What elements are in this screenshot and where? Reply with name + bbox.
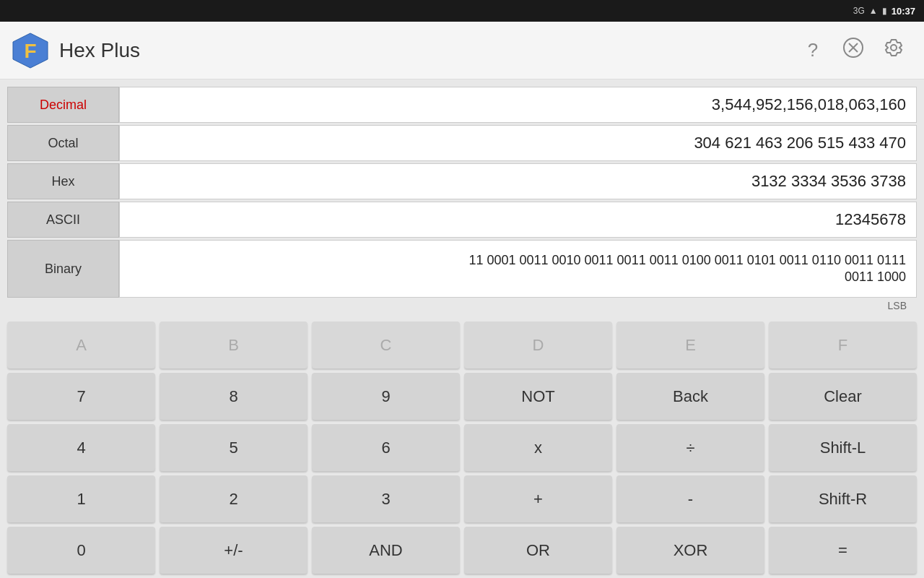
ascii-row: ASCII 12345678: [7, 202, 917, 238]
settings-icon: [883, 37, 905, 64]
signal-icon: ▲: [869, 6, 878, 16]
battery-icon: ▮: [882, 6, 887, 16]
octal-row: Octal 304 621 463 206 515 433 470: [7, 125, 917, 161]
key--[interactable]: +: [464, 475, 612, 522]
key----[interactable]: +/-: [160, 527, 308, 574]
key-d: D: [464, 322, 612, 368]
key-shift-l[interactable]: Shift-L: [769, 424, 917, 471]
key--[interactable]: -: [616, 475, 764, 522]
key-e: E: [616, 322, 764, 368]
key-f: F: [769, 322, 917, 368]
svg-text:F: F: [24, 40, 36, 62]
key-1[interactable]: 1: [7, 475, 155, 522]
decimal-row: Decimal 3,544,952,156,018,063,160: [7, 87, 917, 123]
key-b: B: [160, 322, 308, 368]
main-content: Decimal 3,544,952,156,018,063,160 Octal …: [0, 79, 924, 578]
close-icon: [842, 37, 864, 64]
key-8[interactable]: 8: [160, 373, 308, 420]
key-7[interactable]: 7: [7, 373, 155, 420]
key--[interactable]: =: [769, 527, 917, 574]
key-shift-r[interactable]: Shift-R: [769, 475, 917, 522]
key--[interactable]: ÷: [616, 424, 764, 471]
key-x[interactable]: x: [464, 424, 612, 471]
binary-line2: 0011 1000: [845, 269, 906, 285]
lsb-label: LSB: [7, 300, 917, 311]
key-9[interactable]: 9: [312, 373, 460, 420]
app-bar: F Hex Plus ?: [0, 22, 924, 79]
binary-label[interactable]: Binary: [7, 240, 119, 298]
key-2[interactable]: 2: [160, 475, 308, 522]
decimal-value[interactable]: 3,544,952,156,018,063,160: [119, 87, 917, 123]
key-0[interactable]: 0: [7, 527, 155, 574]
octal-value[interactable]: 304 621 463 206 515 433 470: [119, 125, 917, 161]
app-title: Hex Plus: [59, 39, 791, 62]
status-bar: 3G ▲ ▮ 10:37: [0, 0, 924, 22]
key-a: A: [7, 322, 155, 368]
binary-row: Binary 11 0001 0011 0010 0011 0011 0011 …: [7, 240, 917, 298]
display-section: Decimal 3,544,952,156,018,063,160 Octal …: [7, 87, 917, 314]
octal-label[interactable]: Octal: [7, 125, 119, 161]
key-4[interactable]: 4: [7, 424, 155, 471]
hex-value[interactable]: 3132 3334 3536 3738: [119, 163, 917, 199]
close-button[interactable]: [834, 32, 872, 69]
ascii-label[interactable]: ASCII: [7, 202, 119, 238]
key-and[interactable]: AND: [312, 527, 460, 574]
hex-row: Hex 3132 3334 3536 3738: [7, 163, 917, 199]
binary-line1: 11 0001 0011 0010 0011 0011 0011 0100 00…: [468, 253, 906, 268]
status-time: 10:37: [892, 6, 915, 17]
hex-label[interactable]: Hex: [7, 163, 119, 199]
key-xor[interactable]: XOR: [616, 527, 764, 574]
svg-point-5: [891, 45, 897, 51]
settings-button[interactable]: [875, 32, 912, 69]
decimal-label[interactable]: Decimal: [7, 87, 119, 123]
keyboard: ABCDEF789NOTBackClear456x÷Shift-L123+-Sh…: [7, 317, 917, 578]
app-logo: F: [12, 32, 49, 69]
key-5[interactable]: 5: [160, 424, 308, 471]
network-icon: 3G: [853, 6, 865, 16]
ascii-value[interactable]: 12345678: [119, 202, 917, 238]
key-clear[interactable]: Clear: [769, 373, 917, 420]
key-c: C: [312, 322, 460, 368]
binary-value[interactable]: 11 0001 0011 0010 0011 0011 0011 0100 00…: [119, 240, 917, 298]
key-3[interactable]: 3: [312, 475, 460, 522]
key-or[interactable]: OR: [464, 527, 612, 574]
help-icon: ?: [808, 39, 818, 61]
key-6[interactable]: 6: [312, 424, 460, 471]
help-button[interactable]: ?: [794, 32, 832, 69]
key-back[interactable]: Back: [616, 373, 764, 420]
key-not[interactable]: NOT: [464, 373, 612, 420]
